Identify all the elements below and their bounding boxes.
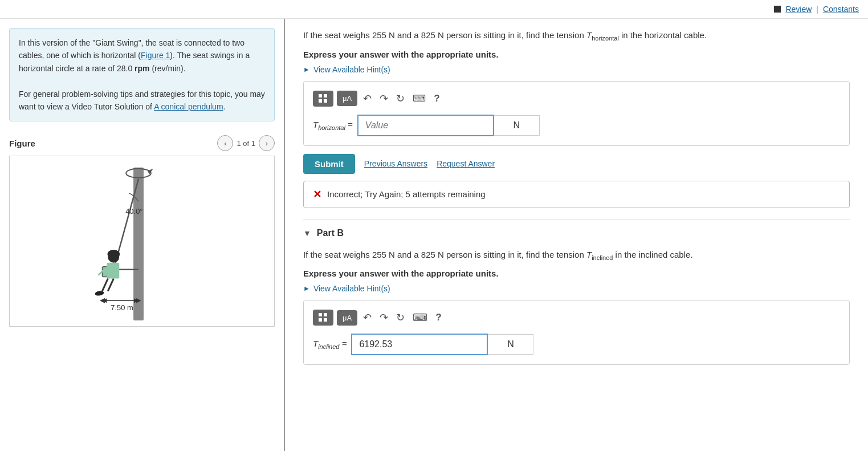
error-box: ✕ Incorrect; Try Again; 5 attempts remai…	[303, 181, 850, 208]
hint-arrow-icon-b: ►	[303, 285, 310, 292]
t-inclined-symbol: T	[586, 250, 592, 259]
matrix-btn[interactable]	[313, 91, 333, 107]
svg-marker-15	[102, 299, 107, 303]
keyboard-btn[interactable]: ⌨	[410, 93, 428, 104]
hint-link-a[interactable]: ► View Available Hint(s)	[303, 65, 850, 74]
error-text: Incorrect; Try Again; 5 attempts remaini…	[327, 189, 486, 199]
value-input-b[interactable]	[351, 334, 488, 355]
svg-line-10	[108, 279, 113, 291]
undo-btn[interactable]: ↶	[361, 92, 374, 105]
undo-btn-b[interactable]: ↶	[361, 311, 374, 324]
answer-box-a: μA ↶ ↷ ↻ ⌨ ? Thorizontal =	[303, 81, 850, 146]
figure-header: Figure ‹ 1 of 1 ›	[9, 135, 275, 151]
figure-section: Figure ‹ 1 of 1 ›	[9, 135, 275, 327]
review-icon	[774, 6, 781, 13]
redo-btn[interactable]: ↷	[377, 92, 390, 105]
input-label-a: Thorizontal =	[313, 120, 353, 131]
svg-text:40.0°: 40.0°	[125, 208, 142, 216]
hint-label-b: View Available Hint(s)	[313, 284, 390, 293]
t-horizontal-symbol: T	[586, 30, 592, 40]
part-b-header: ▼ Part B	[303, 220, 850, 238]
part-b-problem-text: If the seat weighs 255 N and a 825 N per…	[303, 247, 850, 263]
figure-prev-btn[interactable]: ‹	[217, 135, 233, 151]
left-panel: In this version of the "Giant Swing", th…	[0, 19, 285, 451]
hint-arrow-icon: ►	[303, 66, 310, 74]
info-box: In this version of the "Giant Swing", th…	[9, 28, 275, 121]
figure-nav: ‹ 1 of 1 ›	[217, 135, 275, 151]
value-input-a[interactable]	[357, 115, 494, 136]
error-icon: ✕	[313, 188, 321, 201]
figure-canvas: 40.0° 7.50 m	[9, 156, 275, 327]
mu-a-btn[interactable]: μA	[337, 91, 357, 106]
express-answer-label-b: Express your answer with the appropriate…	[303, 269, 850, 278]
unit-box-a: N	[494, 115, 540, 136]
help-btn[interactable]: ?	[431, 93, 442, 104]
redo-btn-b[interactable]: ↷	[377, 311, 390, 324]
svg-point-7	[107, 250, 120, 259]
figure-page: 1 of 1	[237, 139, 255, 148]
prev-answers-link[interactable]: Previous Answers	[364, 159, 427, 168]
figure-next-btn[interactable]: ›	[259, 135, 275, 151]
info-text2: For general problem-solving tips and str…	[19, 90, 265, 111]
rpm-bold: rpm	[135, 64, 149, 73]
matrix-icon-b	[319, 313, 328, 322]
input-row-a: Thorizontal = N	[313, 115, 840, 136]
mu-a-label-b: μA	[343, 314, 352, 322]
figure1-link[interactable]: Figure 1	[141, 51, 170, 60]
input-label-b: Tinclined =	[313, 339, 347, 350]
main-layout: In this version of the "Giant Swing", th…	[0, 19, 868, 451]
express-answer-label: Express your answer with the appropriate…	[303, 50, 850, 59]
answer-toolbar-b: μA ↶ ↷ ↻ ⌨ ?	[313, 310, 840, 326]
svg-rect-8	[107, 263, 119, 279]
review-link[interactable]: Review	[774, 5, 812, 14]
conical-pendulum-link[interactable]: A conical pendulum	[154, 102, 223, 111]
help-btn-b[interactable]: ?	[433, 312, 443, 323]
part-a-problem-text: If the seat weighs 255 N and a 825 N per…	[303, 28, 850, 44]
part-a-section: If the seat weighs 255 N and a 825 N per…	[303, 28, 850, 208]
answer-box-b: μA ↶ ↷ ↻ ⌨ ? Tinclined = N	[303, 300, 850, 365]
hint-label-a: View Available Hint(s)	[313, 65, 390, 74]
refresh-btn-b[interactable]: ↻	[394, 311, 407, 324]
constants-link[interactable]: Constants	[823, 5, 859, 14]
svg-text:7.50 m: 7.50 m	[111, 304, 133, 312]
input-row-b: Tinclined = N	[313, 334, 840, 355]
mu-a-label: μA	[343, 94, 352, 103]
info-text: In this version of the "Giant Swing", th…	[19, 38, 250, 73]
horizontal-subscript: horizontal	[592, 35, 619, 42]
matrix-icon	[319, 94, 328, 103]
unit-box-b: N	[488, 334, 533, 355]
review-label: Review	[785, 5, 812, 14]
action-row-a: Submit Previous Answers Request Answer	[303, 154, 850, 174]
hint-link-b[interactable]: ► View Available Hint(s)	[303, 284, 850, 293]
inclined-subscript: inclined	[592, 254, 613, 261]
part-b-section: ▼ Part B If the seat weighs 255 N and a …	[303, 220, 850, 365]
keyboard-btn-b[interactable]: ⌨	[410, 311, 430, 324]
collapse-icon[interactable]: ▼	[303, 229, 311, 238]
separator: |	[816, 5, 818, 14]
refresh-btn[interactable]: ↻	[394, 92, 407, 105]
matrix-btn-b[interactable]	[313, 310, 333, 326]
right-panel: If the seat weighs 255 N and a 825 N per…	[285, 19, 868, 451]
top-bar: Review | Constants	[0, 0, 868, 19]
answer-toolbar-a: μA ↶ ↷ ↻ ⌨ ?	[313, 91, 840, 107]
svg-line-9	[102, 279, 108, 291]
mu-a-btn-b[interactable]: μA	[337, 310, 357, 326]
figure-title: Figure	[9, 139, 35, 148]
part-b-title: Part B	[317, 228, 344, 238]
submit-btn-a[interactable]: Submit	[303, 154, 355, 174]
request-answer-link[interactable]: Request Answer	[437, 159, 495, 168]
figure-svg: 40.0° 7.50 m	[10, 156, 274, 326]
